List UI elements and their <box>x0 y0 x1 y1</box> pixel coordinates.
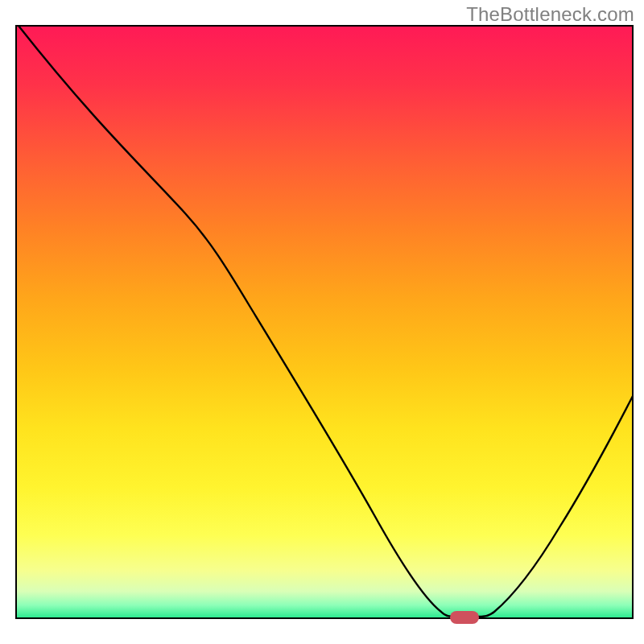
watermark-text: TheBottleneck.com <box>466 3 634 26</box>
chart-canvas: TheBottleneck.com <box>0 0 644 644</box>
chart-svg <box>0 0 644 644</box>
optimum-marker <box>450 611 479 624</box>
plot-background <box>16 26 633 618</box>
